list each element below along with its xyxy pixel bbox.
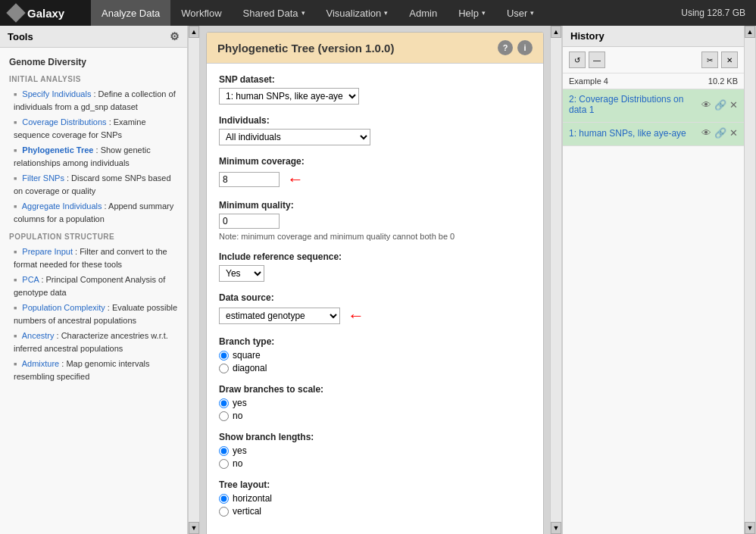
min-coverage-group: Minimum coverage: ← [219, 156, 531, 189]
center-scroll-down-arrow[interactable]: ▼ [551, 522, 561, 534]
individuals-select[interactable]: All individuals [219, 129, 370, 145]
history-item-2-link-icon[interactable]: 🔗 [714, 99, 726, 111]
data-source-row: estimated genotype sequence coverage ← [219, 306, 531, 326]
include-ref-label: Include reference sequence: [219, 251, 531, 262]
tool-coverage-distributions-link[interactable]: Coverage Distributions [22, 117, 106, 126]
history-refresh-button[interactable]: ↺ [569, 52, 586, 68]
branch-type-square-label: square [233, 350, 261, 361]
tool-prepare-input[interactable]: Prepare Input : Filter and convert to th… [3, 244, 184, 272]
tree-layout-vertical-label: vertical [233, 506, 261, 517]
branch-type-diagonal-radio[interactable] [219, 364, 229, 373]
draw-branches-radio-group: yes no [219, 398, 531, 421]
galaxy-diamond-icon [6, 3, 25, 22]
tool-admixture[interactable]: Admixture : Map genomic intervals resemb… [3, 356, 184, 384]
tool-population-complexity[interactable]: Population Complexity : Evaluate possibl… [3, 300, 184, 328]
history-item-2-delete-icon[interactable]: ✕ [729, 99, 738, 111]
tree-layout-radio-group: horizontal vertical [219, 493, 531, 517]
history-item-1-link-icon[interactable]: 🔗 [714, 127, 726, 139]
history-item-2-icons: 👁 🔗 ✕ [701, 99, 738, 111]
snp-dataset-select[interactable]: 1: human SNPs, like aye-aye [219, 88, 359, 105]
tool-coverage-distributions[interactable]: Coverage Distributions : Examine sequenc… [3, 114, 184, 142]
right-scroll-track [745, 38, 755, 522]
include-ref-select[interactable]: Yes No [219, 265, 264, 282]
tool-ancestry[interactable]: Ancestry : Characterize ancestries w.r.t… [3, 328, 184, 356]
tool-filter-snps[interactable]: Filter SNPs : Discard some SNPs based on… [3, 170, 184, 198]
history-item-2-eye-icon[interactable]: 👁 [701, 99, 711, 111]
tool-pca[interactable]: PCA : Principal Component Analysis of ge… [3, 272, 184, 300]
show-branch-no-radio[interactable] [219, 459, 229, 469]
tool-pca-link[interactable]: PCA [22, 275, 39, 284]
tool-help-icons: ? i [498, 40, 533, 55]
nav-shared-data[interactable]: Shared Data ▾ [233, 0, 316, 26]
branch-type-square-radio[interactable] [219, 351, 229, 361]
nav-admin[interactable]: Admin [398, 0, 448, 26]
nav-workflow[interactable]: Workflow [170, 0, 232, 26]
tool-aggregate-individuals-link[interactable]: Aggregate Individuals [22, 201, 102, 211]
left-scroll-track [189, 38, 199, 522]
history-delete-button[interactable]: ✕ [721, 52, 738, 68]
tools-gear-icon[interactable]: ⚙ [170, 30, 180, 42]
branch-type-group: Branch type: square diagonal [219, 336, 531, 373]
left-panel-scrollbar[interactable]: ▲ ▼ [188, 26, 200, 534]
min-quality-input[interactable] [219, 214, 280, 229]
help-info-button[interactable]: i [517, 40, 533, 55]
history-panel-header: History [563, 26, 744, 47]
tool-specify-individuals-link[interactable]: Specify Individuals [22, 89, 91, 98]
tree-layout-horizontal-item: horizontal [219, 493, 531, 504]
tree-layout-horizontal-radio[interactable] [219, 494, 229, 504]
galaxy-logo[interactable]: Galaxy [0, 0, 91, 26]
history-panel: History ↺ — ✂ ✕ Example 4 10.2 KB 2: Cov… [562, 26, 744, 534]
show-branch-no-item: no [219, 458, 531, 469]
history-collapse-button[interactable]: — [589, 52, 605, 68]
tool-ancestry-link[interactable]: Ancestry [22, 331, 55, 340]
draw-branches-no-radio[interactable] [219, 411, 229, 421]
history-item-1-delete-icon[interactable]: ✕ [729, 127, 738, 139]
tools-header-label: Tools [8, 31, 33, 42]
data-source-select[interactable]: estimated genotype sequence coverage [219, 308, 340, 324]
draw-branches-yes-radio[interactable] [219, 398, 229, 408]
population-structure-section: POPULATION STRUCTURE [3, 226, 184, 244]
min-coverage-input[interactable] [219, 172, 280, 187]
nav-analyze-data[interactable]: Analyze Data [91, 0, 170, 26]
tool-population-complexity-link[interactable]: Population Complexity [22, 303, 105, 312]
help-question-button[interactable]: ? [498, 40, 513, 55]
snp-dataset-label: SNP dataset: [219, 74, 531, 85]
show-branch-group: Show branch lengths: yes no [219, 432, 531, 469]
right-scroll-down-arrow[interactable]: ▼ [745, 522, 755, 534]
nav-visualization[interactable]: Visualization ▾ [316, 0, 399, 26]
center-panel-scrollbar[interactable]: ▲ ▼ [550, 26, 562, 534]
tool-specify-individuals[interactable]: Specify Individuals : Define a collectio… [3, 86, 184, 114]
tool-admixture-link[interactable]: Admixture [22, 359, 60, 368]
show-branch-yes-radio[interactable] [219, 446, 229, 456]
tool-phylogenetic-tree[interactable]: Phylogenetic Tree : Show genetic relatio… [3, 142, 184, 170]
snp-dataset-row: 1: human SNPs, like aye-aye [219, 88, 531, 105]
history-item-1-name[interactable]: 1: human SNPs, like aye-aye [569, 128, 686, 139]
tool-form-title: Phylogenetic Tree (version 1.0.0) [217, 42, 394, 55]
draw-branches-label: Draw branches to scale: [219, 384, 531, 395]
history-item-1-eye-icon[interactable]: 👁 [701, 127, 711, 139]
right-scroll-up-arrow[interactable]: ▲ [745, 26, 755, 38]
phylogenetic-tree-arrow-icon: ← [0, 144, 2, 164]
left-scroll-down-arrow[interactable]: ▼ [189, 522, 199, 534]
show-branch-yes-item: yes [219, 445, 531, 456]
tool-prepare-input-link[interactable]: Prepare Input [22, 247, 73, 256]
right-panel-scrollbar[interactable]: ▲ ▼ [744, 26, 756, 534]
tool-form-header: Phylogenetic Tree (version 1.0.0) ? i [207, 33, 543, 64]
show-branch-no-label: no [233, 458, 242, 469]
history-options-button[interactable]: ✂ [701, 52, 718, 68]
nav-help[interactable]: Help ▾ [448, 0, 496, 26]
shared-data-caret-icon: ▾ [301, 9, 305, 17]
tool-aggregate-individuals[interactable]: Aggregate Individuals : Append summary c… [3, 198, 184, 226]
tool-filter-snps-link[interactable]: Filter SNPs [22, 173, 64, 183]
center-scroll-up-arrow[interactable]: ▲ [551, 26, 561, 38]
show-branch-yes-label: yes [233, 445, 247, 456]
nav-user[interactable]: User ▾ [496, 0, 545, 26]
main-layout: Tools ⚙ Genome Diversity INITIAL ANALYSI… [0, 26, 756, 534]
tool-phylogenetic-tree-link[interactable]: Phylogenetic Tree [22, 145, 93, 155]
left-scroll-up-arrow[interactable]: ▲ [189, 26, 199, 38]
min-quality-group: Minimum quality: Note: minimum coverage … [219, 200, 531, 241]
history-item-2-name[interactable]: 2: Coverage Distributions on data 1 [569, 94, 701, 115]
individuals-row: All individuals [219, 129, 531, 145]
tree-layout-vertical-radio[interactable] [219, 507, 229, 517]
draw-branches-group: Draw branches to scale: yes no [219, 384, 531, 421]
